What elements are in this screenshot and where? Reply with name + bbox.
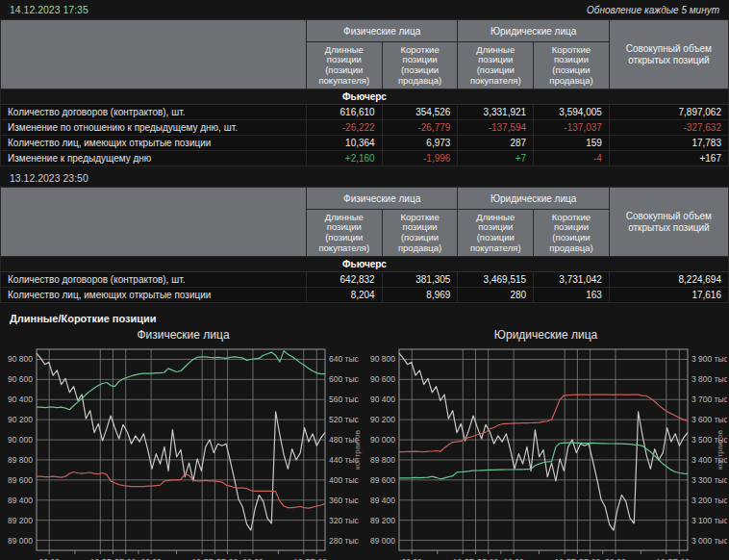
previous-timestamp: 13.12.2023 23:50 — [0, 166, 729, 187]
y-axis-left-label: 90 200 — [370, 415, 395, 424]
row-label: Количество лиц, имеющих открытые позиции — [1, 136, 307, 151]
y-axis-left-label: 89 800 — [370, 455, 395, 465]
y-axis-right-label: 560 тыс — [329, 395, 360, 404]
group-header-individuals: Физические лица — [306, 20, 457, 42]
y-axis-left-label: 90 800 — [370, 354, 395, 364]
chart-svg: 90 800640 тыс90 600600 тыс90 400560 тыс9… — [2, 344, 364, 560]
row-label: Количество договоров (контрактов), шт. — [1, 105, 307, 120]
value-cell: 8,224,694 — [609, 272, 728, 288]
header-short-positions: Короткие позиции (позиции продавца) — [534, 210, 610, 257]
y-axis-left-label: 90 400 — [370, 395, 395, 404]
y-axis-left-label: 89 400 — [8, 496, 33, 505]
header-short-positions: Короткие позиции (позиции продавца) — [382, 42, 458, 89]
table-row: Количество лиц, имеющих открытые позиции… — [1, 136, 729, 151]
y-axis-left-label: 89 800 — [8, 455, 33, 465]
y-axis-left-label: 89 400 — [370, 496, 395, 505]
value-cell: -26,222 — [306, 120, 382, 136]
refresh-note: Обновление каждые 5 минут — [587, 5, 719, 15]
value-cell: 6,973 — [382, 136, 458, 151]
y-axis-unit-label: контрактов — [353, 430, 362, 470]
value-cell: -26,779 — [382, 120, 458, 136]
chart-title: Физические лица — [2, 326, 364, 344]
y-axis-left-label: 90 600 — [370, 374, 395, 384]
y-axis-left-label: 89 600 — [370, 475, 395, 485]
table-row: Изменение к предыдущему дню+2,160-1,996+… — [1, 151, 729, 166]
empty-header-cell — [1, 20, 307, 89]
value-cell: 642,832 — [306, 272, 382, 288]
y-axis-right-label: 520 тыс — [329, 415, 360, 424]
empty-header-cell — [1, 188, 307, 257]
value-cell: 10,364 — [306, 136, 382, 151]
group-header-individuals: Физические лица — [306, 188, 457, 210]
group-header-legal-entities: Юридические лица — [458, 20, 609, 42]
y-axis-left-label: 90 400 — [8, 395, 33, 404]
header-short-positions: Короткие позиции (позиции продавца) — [534, 42, 610, 89]
value-cell: 163 — [534, 288, 610, 303]
value-cell: 159 — [534, 136, 610, 151]
value-cell: 287 — [458, 136, 534, 151]
y-axis-right-label: 3 300 тыс — [691, 475, 727, 485]
header-long-positions: Длинные позиции (позиции покупателя) — [306, 42, 382, 89]
y-axis-right-label: 320 тыс — [329, 516, 360, 525]
value-cell: +167 — [609, 151, 728, 166]
value-cell: -4 — [534, 151, 610, 166]
y-axis-left-label: 89 200 — [370, 516, 395, 525]
table-open-positions-previous: Физические лица Юридические лица Совокуп… — [0, 187, 729, 303]
row-label: Количество лиц, имеющих открытые позиции — [1, 288, 307, 303]
value-cell: -1,996 — [382, 151, 458, 166]
y-axis-right-label: 360 тыс — [329, 496, 360, 505]
y-axis-left-label: 90 000 — [8, 435, 33, 445]
y-axis-right-label: 3 900 тыс — [691, 354, 727, 364]
y-axis-left-label: 89 000 — [8, 536, 33, 546]
group-header-legal-entities: Юридические лица — [458, 188, 609, 210]
header-short-positions: Короткие позиции (позиции продавца) — [382, 210, 458, 257]
top-bar: 14.12.2023 17:35 Обновление каждые 5 мин… — [0, 0, 729, 19]
value-cell: -137,594 — [458, 120, 534, 136]
y-axis-left-label: 90 000 — [370, 435, 395, 445]
y-axis-right-label: 3 700 тыс — [691, 395, 727, 404]
y-axis-right-label: 400 тыс — [329, 475, 360, 485]
header-total-open-positions: Совокупный объем открытых позиций — [609, 20, 728, 89]
value-cell: 616,610 — [306, 105, 382, 120]
price-line — [399, 353, 688, 530]
current-timestamp: 14.12.2023 17:35 — [10, 4, 88, 15]
chart-legal-entities: Юридические лица 90 8003 900 тыс90 6003 … — [364, 326, 727, 560]
value-cell: 17,616 — [609, 288, 728, 303]
value-cell: -327,632 — [609, 120, 728, 136]
chart-title: Юридические лица — [364, 326, 727, 344]
dashboard: 14.12.2023 17:35 Обновление каждые 5 мин… — [0, 0, 729, 560]
value-cell: 8,969 — [382, 288, 458, 303]
value-cell: 3,469,515 — [458, 272, 534, 288]
charts-area: Физические лица 90 800640 тыс90 600600 т… — [0, 324, 729, 560]
futures-row: Фьючерс — [1, 257, 729, 272]
y-axis-right-label: 3 100 тыс — [691, 516, 727, 525]
value-cell: 3,731,042 — [534, 272, 610, 288]
row-label: Изменение по отношению к предыдущему дню… — [1, 120, 307, 136]
table-row: Количество договоров (контрактов), шт.64… — [1, 272, 729, 288]
y-axis-right-label: 3 000 тыс — [691, 536, 727, 546]
table-open-positions-current: Физические лица Юридические лица Совокуп… — [0, 19, 729, 166]
futures-row: Фьючерс — [1, 89, 729, 105]
y-axis-left-label: 90 800 — [8, 354, 33, 364]
value-cell: 3,594,005 — [534, 105, 610, 120]
long-positions-line — [399, 443, 688, 479]
header-long-positions: Длинные позиции (позиции покупателя) — [458, 42, 534, 89]
y-axis-left-label: 89 000 — [370, 536, 395, 546]
value-cell: 3,331,921 — [458, 105, 534, 120]
chart-svg: 90 8003 900 тыс90 6003 800 тыс90 4003 70… — [364, 344, 727, 560]
table-row: Количество договоров (контрактов), шт.61… — [1, 105, 729, 120]
y-axis-left-label: 90 600 — [8, 374, 33, 384]
value-cell: 8,204 — [306, 288, 382, 303]
y-axis-right-label: 3 800 тыс — [691, 374, 727, 384]
short-positions-line — [37, 472, 325, 509]
section-title-long-short: Длинные/Короткие позиции — [0, 303, 729, 324]
y-axis-left-label: 89 600 — [8, 475, 33, 485]
y-axis-right-label: 600 тыс — [329, 374, 360, 384]
y-axis-left-label: 90 200 — [8, 415, 33, 424]
value-cell: +2,160 — [306, 151, 382, 166]
table-row: Количество лиц, имеющих открытые позиции… — [1, 288, 729, 303]
y-axis-right-label: 280 тыс — [329, 536, 360, 546]
y-axis-right-label: 640 тыс — [329, 354, 360, 364]
y-axis-right-label: 3 600 тыс — [691, 415, 727, 424]
value-cell: 354,526 — [382, 105, 458, 120]
